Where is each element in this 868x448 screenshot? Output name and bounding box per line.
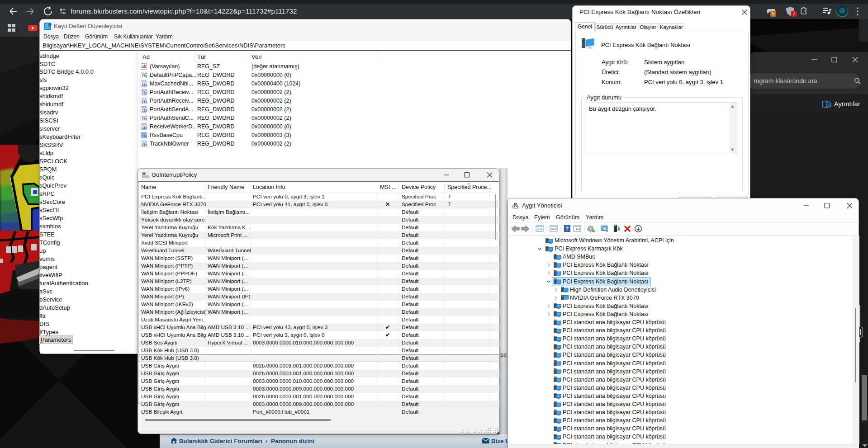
- svg-text:110: 110: [142, 84, 147, 87]
- svg-text:?: ?: [565, 226, 569, 232]
- svg-text:110: 110: [142, 101, 147, 104]
- svg-text:ab: ab: [142, 64, 147, 69]
- svg-text:110: 110: [142, 127, 147, 130]
- svg-text:110: 110: [142, 135, 147, 138]
- svg-text:110: 110: [142, 75, 147, 78]
- svg-text:110: 110: [142, 92, 147, 95]
- svg-text:110: 110: [142, 109, 147, 113]
- svg-text:110: 110: [142, 144, 147, 147]
- svg-text:110: 110: [142, 118, 147, 121]
